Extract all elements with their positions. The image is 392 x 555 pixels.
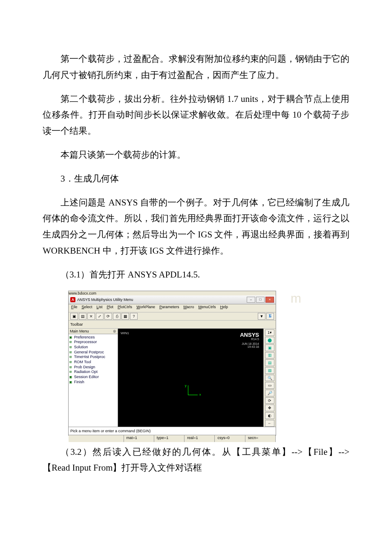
maximize-button[interactable]: □ xyxy=(256,297,265,303)
tree-prob-design[interactable]: ⊞ Prob Design xyxy=(69,365,117,370)
view-pan-icon[interactable]: ✥ xyxy=(265,405,274,411)
menu-list[interactable]: List xyxy=(97,305,103,312)
view-rate-icon[interactable]: ← xyxy=(265,420,274,427)
main-menu-pane: Main Menu ⊗ ▣ Preferences ⊞ Preprocessor… xyxy=(69,329,118,427)
toolbar-help-icon[interactable]: ? xyxy=(130,313,138,320)
view-right-icon[interactable]: ▥ xyxy=(265,352,274,359)
view-zoom-in-icon[interactable]: 🔍 xyxy=(265,375,274,382)
tree-rom-tool[interactable]: ⊞ ROM Tool xyxy=(69,360,117,365)
command-prompt[interactable]: Pick a menu item or enter a command (BEG… xyxy=(69,427,276,435)
menu-bar: File Select List Plot PlotCtrls WorkPlan… xyxy=(69,304,276,312)
paragraph-example-explain: 上述问题是 ANSYS 自带的一个例子。对于几何体，它已经编制了生成几何体的命令… xyxy=(43,195,349,259)
minimize-button[interactable]: – xyxy=(247,297,255,303)
paragraph-step-3-1: （3.1）首先打开 ANSYS APDL14.5. xyxy=(43,267,349,283)
status-bar: mat=1 type=1 real=1 csys=0 secn= xyxy=(69,435,276,442)
tree-preprocessor[interactable]: ⊞ Preprocessor xyxy=(69,340,117,345)
tree-session-editor[interactable]: ▣ Session Editor xyxy=(69,375,117,380)
ansys-brand-label: ANSYS R14.5 xyxy=(240,332,259,341)
status-csys: csys=0 xyxy=(215,435,245,442)
tree-general-postproc[interactable]: ⊞ General Postproc xyxy=(69,350,117,355)
document-page: 第一个载荷步，过盈配合。求解没有附加位移约束的问题，钢销由于它的几何尺寸被销孔所… xyxy=(0,0,392,555)
close-button[interactable]: × xyxy=(265,297,274,303)
toolbar-contact-icon[interactable]: 𝚺 xyxy=(266,313,274,320)
user-toolbar: Toolbar xyxy=(69,321,276,329)
tree-preferences[interactable]: ▣ Preferences xyxy=(69,335,117,340)
standard-toolbar: ▣ ▤ ⤧ ⤢ ⟳ ⎙ ▦ ? ▼ 𝚺 xyxy=(69,312,276,321)
graphics-viewport[interactable]: WIN1 ANSYS R14.5 JUN 18 2014 19:43:18 y … xyxy=(118,329,263,427)
user-toolbar-label: Toolbar xyxy=(70,322,83,327)
paragraph-only-first-step: 本篇只谈第一个载荷步的计算。 xyxy=(43,147,349,163)
paragraph-step-3-2: （3.2）然后读入已经做好的几何体。从【工具菜单】-->【File】-->【Re… xyxy=(43,444,349,477)
menu-help[interactable]: Help xyxy=(220,305,228,312)
status-secn: secn= xyxy=(245,435,276,442)
heading-generate-geometry: 3．生成几何体 xyxy=(43,171,349,187)
view-fit-icon[interactable]: ⬤ xyxy=(265,337,274,344)
menu-workplane[interactable]: WorkPlane xyxy=(136,305,155,312)
tree-timehist-postproc[interactable]: ⊞ TimeHist Postproc xyxy=(69,355,117,360)
view-iso-icon[interactable]: 1▾ xyxy=(265,330,274,336)
status-mat: mat=1 xyxy=(124,435,154,442)
menu-plot[interactable]: Plot xyxy=(107,305,114,312)
watermark-text: www.bdocx.com xyxy=(69,291,276,295)
toolbar-resume-icon[interactable]: ▤ xyxy=(79,313,86,320)
tree-solution[interactable]: ⊞ Solution xyxy=(69,345,117,350)
toolbar-save-icon[interactable]: ▣ xyxy=(70,313,78,320)
menu-macro[interactable]: Macro xyxy=(184,305,194,312)
pin-icon[interactable]: ⊗ xyxy=(113,329,116,333)
view-rotate-icon[interactable]: ⟳ xyxy=(265,397,274,404)
view-dynamic-icon[interactable]: ◐ xyxy=(265,412,274,419)
toolbar-raise-icon[interactable]: ▼ xyxy=(258,313,265,320)
status-real: real=1 xyxy=(184,435,215,442)
toolbar-print-icon[interactable]: ⎙ xyxy=(113,313,121,320)
menu-select[interactable]: Select xyxy=(82,305,92,312)
menu-parameters[interactable]: Parameters xyxy=(159,305,179,312)
view-zoom-box-icon[interactable]: ▭ xyxy=(265,382,274,389)
window-title: ANSYS Multiphysics Utility Menu xyxy=(77,298,247,302)
paragraph-load-step-1: 第一个载荷步，过盈配合。求解没有附加位移约束的问题，钢销由于它的几何尺寸被销孔所… xyxy=(43,51,349,84)
app-icon: Λ xyxy=(70,297,75,302)
paragraph-load-step-2: 第二个载荷步，拔出分析。往外拉动钢销 1.7 units，对于耦合节点上使用位移… xyxy=(43,91,349,139)
ansys-screenshot: www.bdocx.com Λ ANSYS Multiphysics Utili… xyxy=(68,291,276,436)
toolbar-zoom-icon[interactable]: ⤢ xyxy=(96,313,104,320)
view-top-icon[interactable]: ▤ xyxy=(265,359,274,366)
viewport-date: JUN 18 2014 19:43:18 xyxy=(242,342,259,348)
tree-radiation-opt[interactable]: ⊞ Radiation Opt xyxy=(69,370,117,375)
watermark-tail: m xyxy=(291,291,301,306)
toolbar-rotate-icon[interactable]: ⟳ xyxy=(104,313,112,320)
menu-file[interactable]: File xyxy=(71,305,78,312)
toolbar-report-icon[interactable]: ▦ xyxy=(121,313,129,320)
tree-finish[interactable]: ▣ Finish xyxy=(69,380,117,385)
window-titlebar: Λ ANSYS Multiphysics Utility Menu – □ × xyxy=(69,295,276,304)
menu-plotctrls[interactable]: PlotCtrls xyxy=(118,305,132,312)
toolbar-pan-icon[interactable]: ⤧ xyxy=(87,313,95,320)
viewport-window-label: WIN1 xyxy=(121,331,129,335)
view-toolbar: 1▾ ⬤ ▣ ▥ ▤ ▧ 🔍 ▭ 🔎 ⟳ ✥ ◐ ← xyxy=(263,329,276,427)
menu-menuctrls[interactable]: MenuCtrls xyxy=(199,305,216,312)
view-zoom-out-icon[interactable]: 🔎 xyxy=(265,390,274,396)
view-back-icon[interactable]: ▧ xyxy=(265,367,274,374)
view-front-icon[interactable]: ▣ xyxy=(265,344,274,351)
status-type: type=1 xyxy=(154,435,184,442)
main-menu-title: Main Menu xyxy=(70,329,89,333)
coordinate-axis-icon: y x xyxy=(188,385,198,395)
status-empty xyxy=(69,435,124,442)
